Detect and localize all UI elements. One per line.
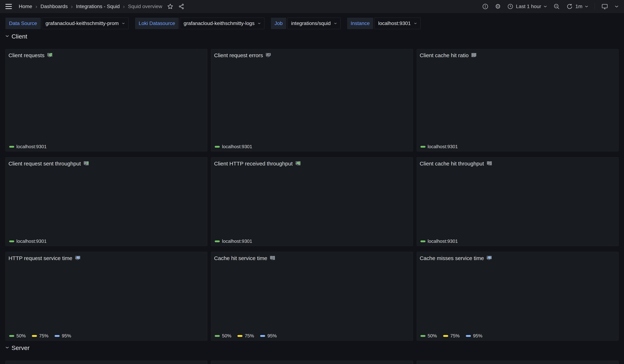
panel: Client requests 0.066664 req/s0.066665 r…	[5, 49, 207, 151]
panel	[5, 361, 207, 364]
legend-label: localhost:9301	[222, 144, 252, 149]
panel-title: Client request errors	[214, 52, 263, 58]
data-source-select[interactable]: grafanacloud-keithschmitty-prom	[42, 18, 129, 29]
legend-item[interactable]: 75%	[443, 333, 460, 339]
panel-legend: localhost:9301	[214, 142, 410, 149]
panel: Client cache hit throughput 0 kB/s20 kB/…	[417, 157, 619, 246]
legend-item[interactable]: localhost:9301	[420, 238, 458, 244]
legend-label: localhost:9301	[222, 238, 252, 244]
legend-item[interactable]: 75%	[237, 333, 254, 339]
panel-legend: localhost:9301	[8, 237, 204, 244]
time-series-chart[interactable]	[8, 262, 204, 331]
instance-select[interactable]: localhost:9301	[374, 18, 421, 29]
server-panel-row	[5, 361, 619, 364]
filter-label: Data Source	[5, 18, 41, 29]
panel-header[interactable]: Cache misses service time 0 s200 µs400 µ…	[420, 254, 616, 262]
time-series-chart[interactable]	[8, 60, 204, 142]
dashboard-info-icon[interactable]	[482, 3, 489, 10]
info-icon[interactable]: 0 kB/s20 kB/s40 kB/s60 kB/s80 kB/s100 kB…	[487, 161, 492, 166]
panel-header[interactable]: Client cache hit ratio 0%20%40%60%80%100…	[420, 51, 616, 60]
legend-item[interactable]: 75%	[32, 333, 49, 339]
legend-color-pill	[443, 335, 448, 337]
legend-label: 50%	[16, 333, 26, 339]
time-series-chart[interactable]	[420, 262, 616, 331]
info-icon[interactable]: 0.066664 req/s0.066665 req/s0.066666 req…	[47, 53, 52, 58]
filter-job: Job integrations/squid	[271, 18, 341, 29]
panel: Client HTTP received throughput 6 B/s8 B…	[211, 157, 413, 246]
legend-label: 50%	[428, 333, 437, 339]
legend-item[interactable]: localhost:9301	[215, 144, 252, 149]
breadcrumb-separator: ›	[35, 3, 37, 10]
info-icon[interactable]: 6 B/s8 B/s10 B/s08:5009:0009:1009:2009:3…	[296, 161, 300, 166]
legend-color-pill	[420, 240, 425, 242]
legend-label: localhost:9301	[16, 238, 47, 244]
filter-label: Instance	[347, 18, 373, 29]
filter-value-text: integrations/squid	[291, 21, 331, 26]
info-icon[interactable]: 0 s200 µs400 µs600 µs800 µs1 ms08:5009:0…	[75, 256, 80, 261]
legend-item[interactable]: 95%	[466, 333, 482, 339]
chevron-down-icon[interactable]	[615, 5, 619, 8]
legend-item[interactable]: localhost:9301	[420, 144, 458, 149]
legend-item[interactable]: localhost:9301	[215, 238, 252, 244]
tv-mode-icon[interactable]	[601, 3, 608, 10]
panel: Client request sent throughput 268 B/s27…	[5, 157, 207, 246]
zoom-out-icon[interactable]	[553, 3, 560, 10]
refresh-controls[interactable]: 1m	[566, 3, 588, 10]
panel	[417, 361, 619, 364]
job-select[interactable]: integrations/squid	[287, 18, 340, 29]
time-series-chart[interactable]	[420, 168, 616, 237]
panel-title: HTTP request service time	[8, 255, 72, 261]
info-icon[interactable]: 0 s200 µs400 µs600 µs800 µs1 ms08:5009:0…	[487, 256, 492, 261]
time-series-chart[interactable]	[420, 60, 616, 142]
legend-item[interactable]: localhost:9301	[9, 238, 47, 244]
legend-item[interactable]: 50%	[215, 333, 231, 339]
info-icon[interactable]: 268 B/s270 B/s272 B/s08:5009:0009:1009:2…	[84, 161, 89, 166]
svg-text:09:40: 09:40	[471, 53, 476, 57]
gear-icon[interactable]: ⚙	[495, 3, 501, 10]
panel-legend: 50%75%95%	[420, 331, 616, 339]
breadcrumb-dashboards[interactable]: Dashboards	[41, 4, 68, 9]
info-icon[interactable]: 0%20%40%60%80%100%08:5009:0009:1009:2009…	[471, 53, 476, 58]
panel-legend: 50%75%95%	[214, 331, 410, 339]
chart-area	[214, 60, 410, 142]
star-icon[interactable]	[167, 3, 173, 10]
section-row-client[interactable]: Client	[5, 32, 619, 41]
breadcrumb-folder[interactable]: Integrations - Squid	[76, 4, 120, 9]
time-series-chart[interactable]	[214, 262, 410, 331]
info-icon[interactable]: 0 s20 s40 s1 min1.33 min1.67 min08:5009:…	[270, 256, 275, 261]
breadcrumb-home[interactable]: Home	[19, 4, 32, 9]
svg-text:09:40: 09:40	[270, 256, 275, 260]
chevron-down-icon	[585, 5, 588, 8]
loki-datasource-select[interactable]: grafanacloud-keithschmitty-logs	[180, 18, 264, 29]
legend-item[interactable]: 50%	[420, 333, 437, 339]
legend-item[interactable]: localhost:9301	[9, 144, 47, 149]
share-icon[interactable]	[178, 3, 184, 10]
section-row-server[interactable]: Server	[5, 343, 619, 352]
legend-color-pill	[32, 335, 37, 337]
time-series-chart[interactable]	[214, 60, 410, 142]
panel: Client cache hit ratio 0%20%40%60%80%100…	[417, 49, 619, 151]
legend-item[interactable]: 95%	[260, 333, 277, 339]
time-series-chart[interactable]	[8, 168, 204, 237]
filter-instance: Instance localhost:9301	[347, 18, 421, 29]
panel-header[interactable]: Client HTTP received throughput 6 B/s8 B…	[214, 159, 410, 168]
hamburger-menu-icon[interactable]	[5, 4, 12, 9]
time-range-picker[interactable]: Last 1 hour	[507, 3, 547, 10]
panel-header[interactable]: Client request errors 0 errors/s20 error…	[214, 51, 410, 60]
panel-title: Client requests	[8, 52, 45, 58]
chart-area	[214, 168, 410, 237]
legend-item[interactable]: 95%	[54, 333, 71, 339]
section-title: Server	[12, 344, 29, 351]
panel-header[interactable]: Client requests 0.066664 req/s0.066665 r…	[8, 51, 204, 60]
breadcrumb-current-dashboard: Squid overview	[128, 4, 162, 9]
panel-header[interactable]: Cache hit service time 0 s20 s40 s1 min1…	[214, 254, 410, 262]
legend-item[interactable]: 50%	[9, 333, 26, 339]
panel-header[interactable]: Client cache hit throughput 0 kB/s20 kB/…	[420, 159, 616, 168]
time-series-chart[interactable]	[214, 168, 410, 237]
panel-header[interactable]: HTTP request service time 0 s200 µs400 µ…	[8, 254, 204, 262]
panel-header[interactable]: Client request sent throughput 268 B/s27…	[8, 159, 204, 168]
panel-grid: Client requests 0.066664 req/s0.066665 r…	[5, 49, 619, 341]
refresh-icon[interactable]	[566, 3, 573, 10]
refresh-interval-label: 1m	[575, 4, 582, 9]
info-icon[interactable]: 0 errors/s20 errors/s40 errors/s60 error…	[266, 53, 271, 58]
